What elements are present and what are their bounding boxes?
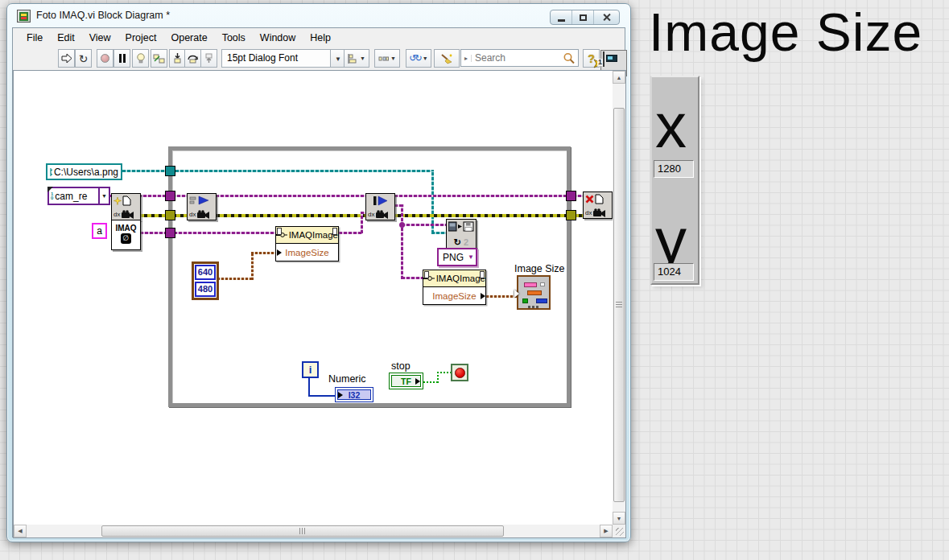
width-constant[interactable]: 640 — [195, 265, 216, 280]
search-collapse-icon[interactable]: ▸ — [461, 55, 472, 62]
height-constant[interactable]: 480 — [195, 282, 216, 297]
while-loop[interactable] — [168, 146, 571, 407]
loop-condition-terminal[interactable] — [451, 364, 468, 381]
menu-view[interactable]: View — [82, 30, 118, 46]
x-value-field[interactable]: 1280 — [654, 160, 694, 178]
property-node-imagesize-read[interactable]: IMAQImage ImageSize — [423, 270, 486, 305]
camera-dropdown-icon[interactable]: ▼ — [98, 188, 109, 204]
property-node-class: IMAQImage — [436, 274, 485, 283]
loop-tunnel-session-out[interactable] — [566, 191, 576, 201]
file-path-wire[interactable] — [431, 232, 448, 234]
imaqdx-close-camera-node[interactable]: dx — [583, 191, 613, 219]
image-name-constant[interactable]: a — [92, 223, 107, 239]
image-size-cluster-indicator[interactable] — [517, 275, 551, 310]
maximize-button[interactable] — [572, 10, 594, 24]
grab-glyph — [368, 196, 393, 206]
vertical-scrollbar-thumb[interactable] — [613, 108, 625, 502]
pause-button[interactable] — [113, 49, 130, 68]
reorder-icon: ↺↻ — [409, 53, 420, 64]
dx-label: dx — [368, 212, 374, 218]
iteration-terminal[interactable]: i — [302, 361, 319, 378]
imaqdx-configure-grab-node[interactable]: dx — [187, 193, 217, 220]
iteration-wire[interactable] — [308, 378, 310, 396]
menu-edit[interactable]: Edit — [50, 30, 82, 46]
run-continuous-button[interactable]: ↻ — [75, 49, 92, 68]
scroll-left-button[interactable]: ◀ — [14, 525, 27, 537]
scroll-down-button[interactable]: ▼ — [613, 512, 625, 525]
image-wire[interactable] — [140, 232, 275, 234]
file-path-constant[interactable]: C:\Users\a.png — [46, 163, 122, 180]
loop-tunnel-image[interactable] — [165, 228, 175, 238]
diagram-canvas[interactable]: C:\Users\a.png 1 0 cam_re ▼ a — [14, 71, 613, 525]
close-button[interactable] — [594, 10, 619, 24]
image-wire[interactable] — [339, 232, 362, 234]
scroll-right-button[interactable]: ▶ — [600, 525, 613, 537]
image-wire[interactable] — [402, 277, 423, 279]
imaqdx-open-camera-node[interactable]: dx — [111, 193, 141, 220]
property-node-imagesize-write[interactable]: IMAQImage ImageSize — [275, 226, 339, 261]
run-button[interactable] — [58, 49, 75, 68]
imaqdx-grab-node[interactable]: dx — [365, 193, 395, 220]
camera-name-constant[interactable]: 1 0 cam_re ▼ — [47, 187, 110, 205]
camera-icon — [196, 210, 210, 219]
camera-session-wire[interactable] — [109, 195, 584, 197]
image-wire[interactable] — [361, 212, 363, 233]
node-behavior-icon — [424, 271, 429, 278]
clean-up-diagram-button[interactable] — [434, 49, 460, 68]
retain-wire-values-button[interactable] — [151, 49, 167, 68]
abort-icon — [101, 54, 109, 63]
property-input-arrow — [277, 249, 282, 256]
scroll-up-button[interactable]: ▲ — [613, 71, 625, 84]
thumb-grip — [299, 528, 306, 534]
vertical-scrollbar[interactable]: ▲ ▼ — [613, 71, 625, 525]
step-over-button[interactable] — [184, 49, 201, 68]
image-size-cluster-wire[interactable] — [251, 252, 275, 254]
cluster-icon-bar — [536, 299, 547, 303]
loop-tunnel-error-out[interactable] — [566, 210, 576, 220]
stop-control-terminal[interactable]: TF — [389, 373, 423, 389]
resize-grip-icon[interactable] — [616, 528, 624, 536]
step-out-button[interactable] — [200, 49, 217, 68]
font-selector[interactable]: 15pt Dialog Font — [221, 49, 331, 68]
reorder-objects-button[interactable]: ↺↻ ▼ — [406, 49, 431, 68]
titlebar[interactable]: Foto IMAQ.vi Block Diagram * — [7, 4, 630, 27]
menu-help[interactable]: Help — [303, 30, 338, 46]
distribute-objects-button[interactable]: ▼ — [374, 49, 400, 68]
image-wire[interactable] — [401, 204, 403, 279]
highlight-execution-button[interactable] — [132, 49, 149, 68]
align-objects-button[interactable]: ▼ — [344, 49, 369, 68]
image-size-output-wire[interactable] — [486, 295, 518, 298]
menu-project[interactable]: Project — [118, 30, 164, 46]
image-wire[interactable] — [402, 224, 446, 226]
imaq-write-file-node[interactable]: ↻ 2 — [446, 219, 477, 249]
step-into-button[interactable] — [169, 49, 186, 68]
menu-tools[interactable]: Tools — [215, 30, 253, 46]
horizontal-scrollbar[interactable]: ◀ ▶ — [14, 525, 613, 537]
image-size-cluster-wire[interactable] — [251, 252, 254, 280]
loop-tunnel-error[interactable] — [165, 210, 175, 220]
dx-label: dx — [113, 212, 120, 218]
menu-window[interactable]: Window — [253, 30, 303, 46]
imaq-create-node[interactable]: IMAQ ∅ — [111, 220, 141, 250]
resolution-cluster-constant[interactable]: 640 480 — [192, 261, 219, 300]
image-name-text: a — [97, 225, 102, 237]
dx-label: dx — [585, 210, 592, 216]
stop-boolean-wire[interactable] — [437, 372, 451, 373]
iteration-wire[interactable] — [308, 395, 336, 397]
menu-file[interactable]: File — [19, 30, 50, 46]
stop-boolean-wire[interactable] — [437, 372, 439, 383]
minimize-button[interactable] — [551, 10, 572, 24]
y-value-field[interactable]: 1024 — [654, 263, 694, 281]
loop-tunnel-path[interactable] — [165, 166, 175, 176]
image-size-cluster-wire[interactable] — [217, 278, 253, 280]
loop-tunnel-session[interactable] — [165, 191, 175, 201]
dropdown-arrow-icon: ▼ — [390, 56, 396, 61]
numeric-indicator-terminal[interactable]: I32 — [335, 387, 373, 402]
horizontal-scrollbar-thumb[interactable] — [101, 525, 504, 537]
file-type-ring-constant[interactable]: PNG ▼ — [437, 248, 477, 266]
configure-grab-glyph — [189, 196, 214, 205]
abort-button[interactable] — [97, 49, 113, 68]
menu-operate[interactable]: Operate — [163, 30, 214, 46]
dx-label: dx — [189, 212, 196, 218]
search-input[interactable] — [472, 52, 563, 64]
